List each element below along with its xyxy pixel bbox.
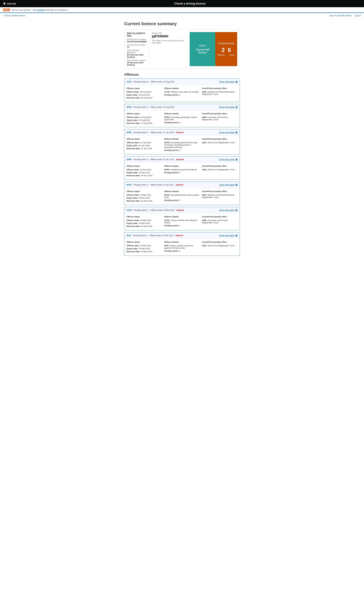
offence-dates-col: Offence dates Offence date: 24 Mar 2011 … bbox=[127, 241, 164, 253]
offence-card: AC10 Penalty points: 6 Offence date: 29 … bbox=[124, 78, 240, 102]
offence-dates-title: Offence dates bbox=[127, 112, 162, 115]
court-col: Court/Fixed penalty office 1051: Bedford… bbox=[202, 87, 237, 100]
offence-penalty-points: Penalty points: 1 bbox=[133, 209, 149, 211]
gov-uk-logo: ♛ GOV.UK bbox=[3, 2, 16, 5]
offence-header: SP40 Penalty points: 0 Offence date: 12 … bbox=[124, 104, 240, 110]
offence-description-row: SP20: Exceeding speed limit for type of … bbox=[164, 141, 200, 148]
show-information-link[interactable]: Show information ⊕ bbox=[219, 105, 237, 109]
court-name-row: 1051: Bedford and Mid Bedfordshire Magis… bbox=[202, 91, 237, 95]
offence-details-col: Offence details SP20: Exceeding speed li… bbox=[164, 138, 202, 152]
endorsements-box: Endorsements 2 6 Offences Points bbox=[215, 32, 237, 66]
offence-details-title: Offence details bbox=[164, 138, 200, 140]
court-name-row: 1051: Bedford and Mid Bedfordshire Magis… bbox=[202, 194, 237, 198]
show-information-link[interactable]: Show information ⊕ bbox=[219, 183, 237, 186]
check-another-licence-link[interactable]: Check another licence bbox=[3, 14, 25, 17]
offence-dates-col: Offence dates Offence date: 25 Mar 2011 … bbox=[127, 190, 164, 203]
offence-dates-col: Offence dates Offence date: 29 Aug 2012 … bbox=[127, 87, 164, 100]
check-code-box: Check code: jqPS5N0H This code is now in… bbox=[149, 32, 187, 66]
penalty-points-row: Penalty points: 1 bbox=[164, 224, 200, 227]
offence-description-row: CU10: Using a vehicle with defective bra… bbox=[164, 219, 200, 224]
offence-header-left: AC10 Penalty points: 6 Offence date: 29 … bbox=[127, 80, 175, 83]
show-information-link[interactable]: Show information ⊕ bbox=[219, 234, 237, 237]
licence-number: XXXXXXX010E99MM bbox=[127, 40, 147, 43]
penalty-points-row: Penalty points: 0 bbox=[164, 250, 200, 252]
show-information-link[interactable]: Show information ⊕ bbox=[219, 80, 237, 83]
logout-link[interactable]: Logout bbox=[355, 14, 361, 17]
offence-header-left: CU10 Penalty points: 1 Offence date: 24 … bbox=[127, 209, 184, 211]
offence-details-title: Offence details bbox=[164, 241, 200, 243]
offence-date-meta: Offence date: 24 Mar 2011 bbox=[150, 234, 174, 237]
points-label: Points bbox=[229, 54, 235, 56]
offence-header: SP30 Penalty points: 3 Offence date: 24 … bbox=[124, 182, 240, 188]
date-viewed-label: Date summary viewed: bbox=[127, 59, 147, 62]
offence-details-title: Offence details bbox=[164, 216, 200, 218]
save-print-link[interactable]: Save or print this licence bbox=[329, 14, 352, 17]
expired-badge: Expired bbox=[177, 209, 184, 211]
court-title: Court/Fixed penalty office bbox=[202, 138, 237, 140]
offences-list: AC10 Penalty points: 6 Offence date: 29 … bbox=[124, 78, 240, 256]
offence-code: IN10 bbox=[127, 234, 131, 237]
offence-details-title: Offence details bbox=[164, 112, 200, 115]
site-header: ♛ GOV.UK Check a driving licence bbox=[0, 0, 364, 7]
offence-description-row: SP10: Exceeding goods vehicle speed limi… bbox=[164, 194, 200, 198]
date-generated: 25 February 2015 15:48:01 bbox=[127, 54, 147, 58]
endorsements-numbers: 2 6 bbox=[221, 47, 231, 53]
court-col: Court/Fixed penalty office 1051: Bedford… bbox=[202, 190, 237, 203]
date-viewed: 25 February 2015 15:50:21 bbox=[127, 62, 147, 66]
offence-penalty-points: Penalty points: 6 bbox=[133, 80, 149, 83]
show-information-link[interactable]: Show information ⊕ bbox=[219, 131, 237, 134]
court-title: Court/Fixed penalty office bbox=[202, 165, 237, 167]
offence-dates-col: Offence dates Offence date: 11 Jan 2012 … bbox=[127, 138, 164, 152]
offence-card: SP30 Penalty points: 3 Offence date: 24 … bbox=[124, 181, 240, 205]
court-name-row: 1493: Axminster and Honiton Magistrates'… bbox=[202, 116, 237, 121]
offence-code: SP30 bbox=[127, 184, 131, 186]
page-title: Current licence summary bbox=[124, 21, 240, 26]
offence-dates-col: Offence dates Offence date: 12 Aug 2012 … bbox=[127, 112, 164, 125]
licence-number-label: Driving licence number: bbox=[127, 38, 147, 40]
offence-card: IN10 Penalty points: 0 Offence date: 24 … bbox=[124, 232, 240, 256]
offence-header: IN10 Penalty points: 0 Offence date: 24 … bbox=[124, 233, 240, 239]
offence-header-left: SP40 Penalty points: 0 Offence date: 12 … bbox=[127, 106, 174, 108]
offences-label: Offences bbox=[218, 54, 225, 56]
show-information-label: Show information bbox=[219, 106, 235, 108]
court-title: Court/Fixed penalty office bbox=[202, 112, 237, 115]
feedback-link[interactable]: feedback bbox=[37, 9, 46, 11]
offence-details-title: Offence details bbox=[164, 190, 200, 193]
show-information-link[interactable]: Show information ⊕ bbox=[219, 158, 237, 161]
expired-badge: Expired bbox=[176, 131, 183, 134]
offence-date-meta: Offence date: 24 Apr 2011 bbox=[150, 184, 174, 186]
penalty-points-row: Penalty points: 0 bbox=[164, 149, 200, 151]
expiry-date-row: Expiry date: 25 Mar 2014 bbox=[127, 197, 162, 199]
removal-date-row: Removal date: 11 Jan 2016 bbox=[127, 147, 162, 150]
offence-date-meta: Offence date: 24 Dec 2011 bbox=[150, 158, 174, 161]
nav-back: Check another licence bbox=[3, 14, 25, 17]
show-information-link[interactable]: Show information ⊕ bbox=[219, 209, 237, 212]
offence-code: SP60 bbox=[127, 158, 131, 161]
offence-date-row: Offence date: 24 Mar 2011 bbox=[127, 219, 162, 221]
expired-badge: Expired bbox=[176, 184, 183, 186]
offence-details-col: Offence details AC10: Failing to stop af… bbox=[164, 87, 202, 100]
beta-text: This is a new service – your feedback wi… bbox=[12, 9, 68, 11]
offence-code: AC10 bbox=[127, 80, 132, 83]
court-name-row: 1493: Axminster and Honiton Magistrates'… bbox=[202, 219, 237, 224]
expired-badge: Expired bbox=[176, 234, 183, 237]
crown-icon: ♛ bbox=[3, 2, 6, 5]
date-generated-label: Date summary generated: bbox=[127, 49, 147, 54]
court-name-row: 1021: North Avon Magistrates' Court bbox=[202, 168, 237, 171]
expiry-date-row: Expiry date: 24 Mar 2014 bbox=[127, 247, 162, 250]
offence-penalty-points: Penalty points: 0 bbox=[133, 131, 148, 134]
show-information-plus-icon: ⊕ bbox=[235, 80, 237, 83]
offence-date-row: Offence date: 25 Mar 2011 bbox=[127, 194, 162, 196]
offence-card: SP40 Penalty points: 0 Offence date: 12 … bbox=[124, 104, 240, 127]
offence-dates-title: Offence dates bbox=[127, 190, 162, 193]
offence-details-col: Offence details SP40: Exceeding passenge… bbox=[164, 112, 202, 125]
offence-header: SP60 Penalty points: 0 Offence date: 24 … bbox=[124, 156, 240, 163]
beta-banner: BETA This is a new service – your feedba… bbox=[0, 7, 364, 13]
show-information-label: Show information bbox=[219, 234, 235, 237]
penalty-points-row: Penalty points: 0 bbox=[164, 171, 200, 174]
offence-description-row: SP40: Exceeding passenger vehicle speed … bbox=[164, 116, 200, 121]
offence-date-row: Offence date: 29 Aug 2012 bbox=[127, 91, 162, 93]
show-information-plus-icon: ⊕ bbox=[235, 131, 237, 134]
offence-date-row: Offence date: 24 Mar 2011 bbox=[127, 245, 162, 247]
offence-body: Offence dates Offence date: 29 Aug 2012 … bbox=[124, 85, 240, 102]
